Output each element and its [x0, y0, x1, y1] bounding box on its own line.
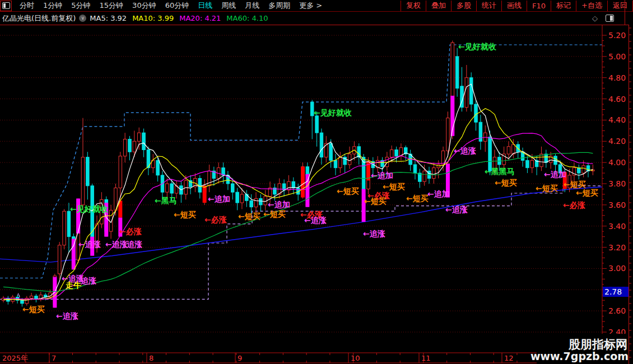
- candle: [137, 133, 141, 141]
- stock-title[interactable]: 亿晶光电(日线.前复权): [2, 13, 76, 24]
- period-item-4[interactable]: 30分钟: [128, 1, 161, 11]
- candle: [348, 154, 351, 165]
- price-tick-label: 4.80: [608, 73, 626, 82]
- price-tick-label: 3.00: [608, 264, 626, 273]
- watermark-site-name: 股朋指标网: [568, 338, 627, 351]
- right-ruler: [625, 0, 629, 25]
- action-[interactable]: +自选: [576, 1, 607, 11]
- signal-annotation: ←追加: [208, 194, 230, 203]
- signal-annotation: ←追加: [544, 170, 566, 179]
- year-label: 2025年: [2, 354, 28, 362]
- price-tick-label: 4.20: [608, 137, 626, 146]
- signal-bar: [72, 239, 76, 269]
- candle: [81, 157, 85, 205]
- signal-annotation: ←短买: [174, 210, 196, 219]
- panel-layout-icon[interactable]: [606, 15, 614, 22]
- period-item-9[interactable]: 多周期: [264, 1, 295, 11]
- signal-annotation: ←追涨: [304, 216, 327, 225]
- signal-annotation: ←追加: [427, 189, 450, 198]
- action-[interactable]: 标记: [551, 1, 576, 11]
- action-F10[interactable]: F10: [527, 1, 551, 11]
- candle: [292, 181, 295, 188]
- signal-annotation: ←短买: [383, 182, 405, 191]
- month-label: 12: [504, 354, 514, 362]
- diamond-icon[interactable]: ◇: [592, 14, 598, 22]
- candle: [231, 184, 234, 192]
- candle: [133, 141, 136, 152]
- signal-annotation: 追涨: [81, 276, 96, 285]
- chevron-down-icon[interactable]: ∨: [79, 15, 86, 22]
- signal-annotation: ←短买: [495, 178, 517, 187]
- candle: [156, 160, 160, 175]
- signal-annotation: 追涨: [127, 240, 142, 249]
- action-[interactable]: 复权: [401, 1, 426, 11]
- candle: [30, 296, 33, 298]
- candle: [254, 198, 258, 207]
- candle: [315, 116, 319, 133]
- candle: [123, 139, 127, 156]
- candle: [35, 296, 38, 300]
- candle: [240, 194, 244, 203]
- signal-annotation: ←短买: [263, 209, 286, 218]
- signal-annotation: ←黑黑马: [485, 167, 515, 176]
- price-tick-label: 4.40: [608, 115, 626, 124]
- toolbar-actions: 复权叠加多股统计画线F10标记+自选返回: [401, 0, 633, 12]
- signal-annotation: ←短买: [406, 194, 429, 203]
- action-[interactable]: 画线: [501, 1, 527, 11]
- signal-annotation: ←短买: [576, 188, 598, 197]
- period-item-0[interactable]: 分时: [15, 1, 39, 11]
- plot-area: ←短买←追涨←追涨走牛追涨←见好就收←追涨←追涨追涨←必涨←黑马←追加←短买←必…: [0, 35, 602, 332]
- candle: [128, 139, 132, 152]
- candle: [441, 151, 445, 165]
- candle: [109, 210, 113, 231]
- period-item-1[interactable]: 1分钟: [39, 1, 67, 11]
- price-tick-label: 4.60: [608, 95, 626, 104]
- signal-annotation: ←短买: [564, 180, 586, 189]
- signal-annotation: ←短买: [337, 186, 359, 195]
- candle: [259, 198, 263, 204]
- period-item-10[interactable]: 更多 >: [295, 1, 327, 11]
- candle: [236, 192, 239, 203]
- period-item-6[interactable]: 日线: [193, 1, 217, 11]
- price-tick-label: 2.60: [608, 306, 626, 315]
- candle: [250, 200, 253, 207]
- candlestick-chart[interactable]: ←短买←追涨←追涨走牛追涨←见好就收←追涨←追涨追涨←必涨←黑马←追加←短买←必…: [0, 25, 633, 364]
- period-item-2[interactable]: 5分钟: [67, 1, 95, 11]
- period-menu: 分时1分钟5分钟15分钟30分钟60分钟日线周线月线多周期更多 >: [15, 1, 327, 11]
- candle: [544, 154, 548, 162]
- signal-annotation: ←追涨: [78, 240, 101, 249]
- signal-bar: [76, 198, 80, 233]
- action-[interactable]: 叠加: [426, 1, 451, 11]
- action-[interactable]: 多股: [451, 1, 476, 11]
- candle: [86, 157, 90, 186]
- candle: [58, 245, 61, 274]
- signal-annotation: ←见好就收: [70, 204, 109, 213]
- signal-annotation: ←短买: [238, 212, 260, 221]
- ma-value-labels: MA5: 3.92MA10: 3.99MA20: 4.21MA60: 4.10: [90, 14, 273, 22]
- action-[interactable]: 统计: [476, 1, 501, 11]
- signal-annotation: ←追涨: [454, 146, 476, 155]
- candle: [245, 194, 249, 200]
- signal-annotation: ←必涨: [563, 200, 585, 209]
- candle: [413, 165, 417, 173]
- action-[interactable]: 返回: [607, 1, 633, 11]
- signal-bar: [305, 174, 309, 207]
- signal-annotation: ←见好就收: [314, 108, 352, 117]
- candle: [320, 133, 323, 157]
- price-tick-label: 3.40: [608, 222, 626, 231]
- signal-annotation: 走牛: [65, 281, 81, 290]
- candle: [578, 168, 581, 173]
- signal-annotation: ←追涨: [363, 229, 385, 238]
- candle: [432, 168, 436, 179]
- period-item-8[interactable]: 月线: [240, 1, 264, 11]
- candle: [142, 133, 146, 150]
- candle: [455, 57, 459, 88]
- month-label: 11: [421, 354, 431, 362]
- period-item-7[interactable]: 周线: [217, 1, 240, 11]
- month-label: 8: [149, 354, 153, 362]
- period-item-3[interactable]: 15分钟: [95, 1, 128, 11]
- signal-annotation: ←追加: [371, 171, 393, 180]
- layout-toggle-icon[interactable]: [0, 1, 12, 11]
- period-item-5[interactable]: 60分钟: [161, 1, 194, 11]
- candle: [63, 211, 66, 245]
